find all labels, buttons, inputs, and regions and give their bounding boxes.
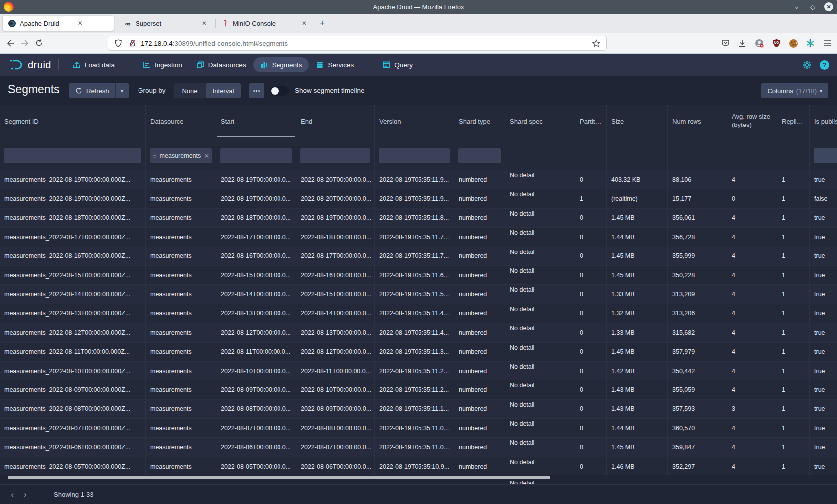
cell-shard-type: numbered: [454, 362, 505, 380]
window-close-button[interactable]: ✕: [824, 2, 833, 11]
cell-partition: 0: [575, 209, 607, 228]
cell-start: 2022-08-09T00:00:00.0...: [216, 380, 296, 399]
cell-segment-id: measurements_2022-08-11T00:00:00.000Z...: [0, 343, 146, 362]
filter-cell-is-published: Show: [810, 137, 837, 170]
cell-shard-spec: No detail: [505, 457, 575, 475]
column-header-avg-row-size[interactable]: Avg. row size (bytes): [727, 105, 777, 137]
help-icon[interactable]: ?: [820, 60, 829, 70]
pocket-icon[interactable]: [720, 38, 730, 48]
column-header-end[interactable]: End: [296, 105, 375, 137]
window-minimize-button[interactable]: ⌄: [792, 2, 801, 11]
bookmark-star-icon[interactable]: [591, 38, 601, 48]
column-header-is-published[interactable]: Is published: [810, 105, 837, 137]
is-published-show-button[interactable]: Show: [814, 148, 837, 163]
cell-datasource: measurements: [146, 189, 216, 208]
cell-shard-spec: No detail: [505, 304, 575, 323]
cell-num-rows: 355,059: [668, 380, 727, 399]
back-icon[interactable]: [4, 36, 18, 50]
nav-item-ingestion[interactable]: Ingestion: [136, 57, 189, 72]
cookie-icon[interactable]: [788, 38, 798, 48]
filter-tag-datasource[interactable]: =measurements✕: [150, 148, 212, 163]
cell-start: 2022-08-10T00:00:00.0...: [216, 362, 296, 380]
column-header-start[interactable]: Start: [216, 105, 296, 137]
column-header-shard-type[interactable]: Shard type: [454, 105, 505, 137]
column-header-segment-id[interactable]: Segment ID: [0, 105, 146, 137]
table-row: measurements_2022-08-10T00:00:00.000Z...…: [0, 362, 837, 380]
tab-superset[interactable]: ∞ Superset ✕: [119, 16, 215, 31]
forward-icon[interactable]: [18, 36, 32, 50]
load-data-icon: [73, 61, 81, 69]
clear-filter-icon[interactable]: ✕: [204, 152, 209, 160]
nav-item-load-data[interactable]: Load data: [66, 57, 122, 72]
column-header-size[interactable]: Size: [607, 105, 668, 137]
filter-value: measurements: [160, 152, 201, 159]
insecure-lock-icon[interactable]: [127, 38, 137, 48]
cell-start: 2022-08-07T00:00:00.0...: [216, 419, 296, 438]
cell-num-rows: 357,979: [668, 343, 727, 362]
downloads-icon[interactable]: [737, 38, 747, 48]
table-row: measurements_2022-08-05T00:00:00.000Z...…: [0, 457, 837, 475]
refresh-dropdown-button[interactable]: ▾: [115, 83, 129, 98]
shield-icon[interactable]: [113, 38, 123, 48]
cell-partition: 0: [575, 170, 607, 189]
cell-replicas: 1: [777, 400, 810, 419]
nav-item-segments[interactable]: Segments: [253, 57, 309, 72]
cell-shard-type: numbered: [454, 209, 505, 228]
tab-minio-console[interactable]: MinIO Console ✕: [216, 16, 315, 31]
cell-partition: 0: [575, 400, 607, 419]
column-header-shard-spec[interactable]: Shard spec: [505, 105, 575, 137]
refresh-button[interactable]: Refresh: [69, 83, 115, 98]
cell-replicas: 1: [777, 419, 810, 438]
column-header-partition[interactable]: Partition: [575, 105, 607, 137]
column-header-version[interactable]: Version: [375, 105, 454, 137]
group-by-none-button[interactable]: None: [174, 83, 206, 98]
segment-timeline-toggle[interactable]: [270, 86, 289, 96]
tab-apache-druid[interactable]: Apache Druid ✕: [3, 16, 114, 31]
ublock-icon[interactable]: UO: [771, 38, 781, 48]
prev-page-icon[interactable]: ‹: [6, 488, 19, 501]
more-options-button[interactable]: •••: [249, 83, 264, 98]
group-by-interval-button[interactable]: Interval: [206, 83, 241, 98]
next-page-icon[interactable]: ›: [19, 488, 32, 501]
cell-start: 2022-08-19T00:00:00.0...: [216, 170, 296, 189]
filter-input-version[interactable]: [379, 148, 450, 163]
filter-input-end[interactable]: [300, 148, 370, 163]
cell-start: 2022-08-14T00:00:00.0...: [216, 285, 296, 304]
cell-num-rows: 88,106: [668, 170, 727, 189]
column-header-label: Replicas: [782, 118, 805, 125]
tab-close-icon[interactable]: ✕: [76, 20, 84, 27]
nav-item-datasources[interactable]: Datasources: [189, 57, 253, 72]
druid-brand[interactable]: druid: [9, 58, 51, 71]
tab-close-icon[interactable]: ✕: [300, 20, 308, 27]
window-maximize-button[interactable]: ◇: [808, 2, 817, 11]
page-title: Segments: [8, 83, 60, 96]
horizontal-scrollbar[interactable]: [8, 476, 550, 479]
column-header-datasource[interactable]: Datasource: [146, 105, 216, 137]
new-tab-button[interactable]: +: [315, 16, 329, 30]
nav-item-query[interactable]: Query: [375, 57, 419, 72]
cell-datasource: measurements: [146, 170, 216, 189]
tab-label: MinIO Console: [233, 20, 276, 27]
column-header-num-rows[interactable]: Num rows: [668, 105, 727, 137]
account-extension-icon[interactable]: [754, 38, 764, 48]
cell-is-published: true: [810, 362, 837, 380]
columns-button[interactable]: Columns (17/18) ▾: [761, 83, 828, 98]
cell-datasource: measurements: [146, 380, 216, 399]
cell-is-published: true: [810, 457, 837, 475]
nav-item-services[interactable]: Services: [309, 57, 361, 72]
column-header-label: Shard spec: [510, 118, 543, 125]
url-text[interactable]: 172.18.0.4:30899/unified-console.html#se…: [141, 40, 587, 47]
tab-close-icon[interactable]: ✕: [200, 20, 208, 27]
filter-input-start[interactable]: [220, 148, 292, 163]
reload-icon[interactable]: [32, 36, 46, 50]
column-header-replicas[interactable]: Replicas: [777, 105, 810, 137]
cell-avg-row-size: 4: [727, 343, 777, 362]
column-header-label: Num rows: [672, 118, 701, 125]
cell-datasource: measurements: [146, 362, 216, 380]
extension-asterisk-icon[interactable]: [805, 38, 815, 48]
settings-gear-icon[interactable]: [802, 60, 812, 70]
url-bar[interactable]: 172.18.0.4:30899/unified-console.html#se…: [108, 36, 607, 51]
filter-input-shard-type[interactable]: [458, 148, 501, 163]
hamburger-menu-icon[interactable]: [822, 38, 832, 48]
filter-input-segment-id[interactable]: [4, 148, 141, 163]
